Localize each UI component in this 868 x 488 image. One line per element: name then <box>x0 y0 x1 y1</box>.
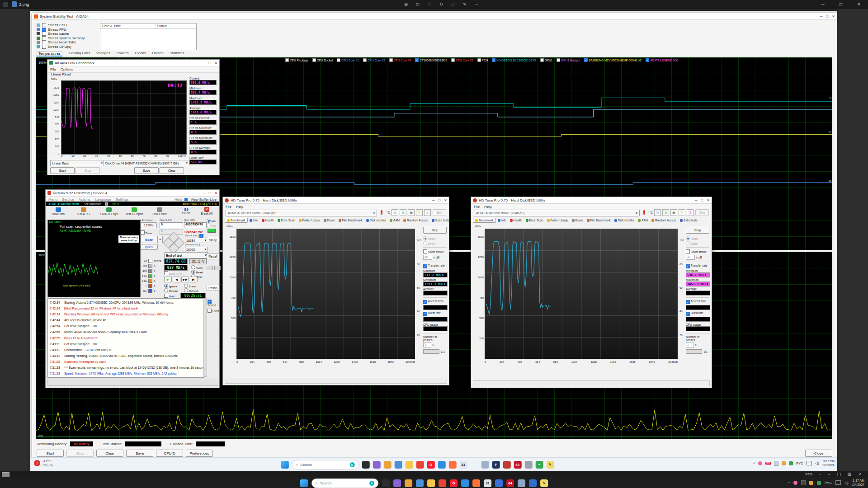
timer-checkbox[interactable]: Timer <box>141 230 152 235</box>
copy-icon[interactable]: ⧉ <box>654 209 661 216</box>
stress-option[interactable]: Stress local disks <box>37 40 85 45</box>
remap-radio[interactable]: Remap <box>164 288 178 292</box>
taskbar-app-notes[interactable]: ✎ <box>540 479 548 487</box>
menu-options[interactable]: Options <box>61 67 73 71</box>
menu-help[interactable]: Help <box>236 205 243 209</box>
stop-button[interactable]: Stop <box>686 227 709 234</box>
play-icon[interactable]: ▶ <box>164 277 172 282</box>
passes-value[interactable]: 1⇅ <box>423 343 447 347</box>
taskbar-app-calendar[interactable]: 31 <box>459 461 467 469</box>
language-indicator[interactable]: РУС <box>825 481 832 485</box>
passp-button[interactable]: Passp <box>207 285 219 291</box>
copy-icon[interactable]: ⧉ <box>392 209 398 216</box>
volume-icon[interactable]: ◁) <box>844 481 849 485</box>
pio-radio[interactable]: PIO <box>207 223 216 227</box>
next-block-icon[interactable]: ▶▶ <box>181 277 189 282</box>
taskbar-app-red-book[interactable] <box>503 461 510 469</box>
notification-badge[interactable]: 25 <box>765 462 771 465</box>
burst-rate-checkbox[interactable]: ✓ Burst rate <box>423 311 447 316</box>
taskbar-app-gray-app[interactable] <box>524 461 532 469</box>
spinner-icon[interactable]: ⇅ <box>696 256 698 259</box>
maximize-icon[interactable]: □ <box>208 61 211 65</box>
tab-disk-monitor[interactable]: Disk monitor <box>364 218 388 223</box>
download-icon[interactable]: ⇩ <box>424 209 431 216</box>
tab-disk-monitor[interactable]: Disk monitor <box>613 218 636 223</box>
minimize-icon[interactable]: ─ <box>814 0 832 9</box>
taskbar-app-edge[interactable] <box>461 479 469 487</box>
minimize-icon[interactable]: ─ <box>203 61 205 65</box>
filmstrip-thumbnail[interactable] <box>2 472 9 477</box>
copy-color-icon[interactable]: ⧉ <box>662 209 669 216</box>
checkbox[interactable] <box>42 40 46 44</box>
drive-tray-icon[interactable] <box>817 481 821 485</box>
maximize-icon[interactable]: □ <box>826 14 828 19</box>
ddd-checkbox[interactable]: DDD (API) <box>164 271 182 275</box>
taskbar-app-photos[interactable] <box>416 479 424 487</box>
button-clear[interactable]: Clear <box>96 450 123 457</box>
log-scrollbar[interactable] <box>203 298 207 377</box>
tab-powers[interactable]: Powers <box>117 51 129 56</box>
taskbar-app-opera[interactable]: O <box>450 479 458 487</box>
taskbar-app-gallery[interactable] <box>518 479 525 487</box>
button-preferences[interactable]: Preferences <box>186 450 213 457</box>
taskbar-app-aida64[interactable]: 64 <box>506 479 514 487</box>
tab-file-benchmark[interactable]: File Benchmark <box>585 218 613 223</box>
checkbox[interactable] <box>42 32 46 36</box>
read-radio[interactable]: Read <box>686 236 709 240</box>
language-indicator[interactable]: РУС <box>796 461 803 465</box>
taskbar-app-chrome[interactable] <box>439 479 446 487</box>
end-time-field[interactable]: 12:00⇅ <box>141 222 157 228</box>
favorite-icon[interactable]: ♡ <box>424 0 435 9</box>
clock[interactable]: 1:17 AM 1/4/2024 <box>852 479 864 487</box>
short-stroke-checkbox[interactable]: Short stroke <box>686 249 709 253</box>
write-radio[interactable]: Write <box>686 241 709 245</box>
transfer-rate-checkbox[interactable]: ✓ Transfer rate <box>423 264 447 268</box>
drive-select[interactable]: ASMT ASM236X NVME (2048 gB)▾ <box>474 210 640 216</box>
search-box[interactable]: ⌕Searchb <box>311 479 378 488</box>
hidden-icons-chevron[interactable]: ^ <box>788 481 790 485</box>
checkbox[interactable] <box>208 309 212 313</box>
taskbar-app-firefox[interactable] <box>448 461 456 469</box>
mode-select[interactable]: Linear Read▾ <box>50 160 104 166</box>
tab-aam[interactable]: AAM <box>388 218 401 223</box>
checkbox[interactable] <box>42 23 46 27</box>
burst-rate-checkbox[interactable]: ✓ Burst rate <box>686 311 709 316</box>
menu-settings[interactable]: Settings <box>116 197 129 202</box>
drive-select[interactable]: ASMT ASM236X NVME (2048 gB)▾ <box>226 210 377 216</box>
tab-extra-tests[interactable]: Extra tests <box>430 218 451 223</box>
menu-help[interactable]: Help <box>484 205 491 209</box>
zoom-in-icon[interactable]: + <box>828 472 830 477</box>
spinner-icon[interactable]: ⇅ <box>433 256 435 259</box>
maximize-icon[interactable]: □ <box>438 198 440 202</box>
hdtune-titlebar[interactable]: HD Tune Pro 5.75 - Hard Disk/SSD Utility… <box>223 197 449 204</box>
brush-icon[interactable]: ✎ <box>679 209 685 216</box>
spinner-icon[interactable]: ⇅ <box>432 344 434 347</box>
taskbar-app-edge[interactable] <box>438 461 445 469</box>
navigation-pad[interactable] <box>164 233 183 252</box>
clock[interactable]: 8:07 PM 1/3/2024 <box>822 459 835 467</box>
taskbar-app-monitor-app[interactable] <box>481 461 489 469</box>
taskbar-app-chat[interactable] <box>373 461 380 469</box>
maximize-icon[interactable]: □ <box>208 191 211 195</box>
toolbar-s-m-a-r-t[interactable]: S.M.A.R.T <box>72 207 95 218</box>
quick-button[interactable]: QUICK <box>141 244 158 250</box>
menu-file[interactable]: File <box>226 205 231 209</box>
close-icon[interactable]: ✕ <box>832 14 835 19</box>
taskbar-app-chat[interactable] <box>393 479 401 487</box>
minimize-icon[interactable]: ─ <box>820 14 823 19</box>
hdtune-titlebar[interactable]: HD Tune Pro 5.75 - Hard Disk/SSD Utility… <box>471 197 712 204</box>
button-save[interactable]: Save <box>126 450 153 457</box>
pause-button[interactable]: ▮▮ Pause <box>179 207 194 218</box>
crop-icon[interactable]: ▱ <box>447 0 459 9</box>
search-box[interactable]: ⌕Searchb <box>292 460 359 469</box>
exit-button[interactable]: Exit <box>695 209 709 216</box>
api-radio[interactable]: API <box>207 219 216 223</box>
taskbar-app-security[interactable] <box>383 461 391 469</box>
menu-file[interactable]: File <box>474 205 480 209</box>
camera-icon[interactable]: ◉ <box>408 209 415 216</box>
tab-folder-usage[interactable]: Folder Usage <box>545 218 570 223</box>
tab-erase[interactable]: Erase <box>570 218 585 223</box>
tab-random-access[interactable]: Random Access <box>401 218 430 223</box>
tab-file-benchmark[interactable]: File Benchmark <box>337 218 364 223</box>
end-of-test-select[interactable]: End of test▾ <box>164 252 208 258</box>
